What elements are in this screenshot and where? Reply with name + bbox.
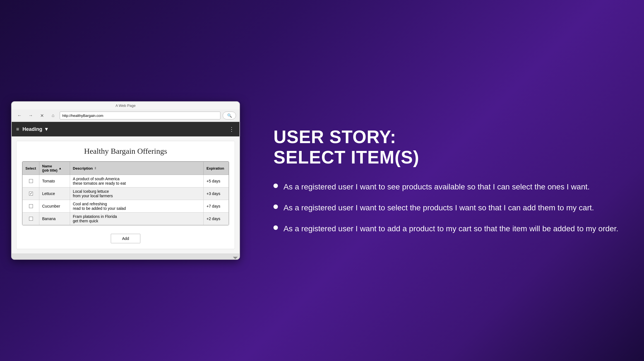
- story-3-text: As a registered user I want to add a pro…: [283, 223, 618, 234]
- desc-cell: Cool and refreshing read to be added to …: [70, 200, 204, 213]
- story-1-text: As a registered user I want to see produ…: [283, 181, 590, 192]
- add-button-container: Add: [22, 231, 229, 243]
- browser-title-text: A Web Page: [116, 104, 136, 108]
- search-icon: 🔍: [227, 113, 232, 118]
- list-item: As a registered user I want to see produ…: [273, 181, 622, 192]
- bullet-icon: [273, 225, 278, 230]
- select-cell: [23, 175, 39, 187]
- products-table: Select Name (job title) ▲: [22, 162, 229, 225]
- browser-chrome: A Web Page ← → ✕ ⌂ 🔍: [12, 102, 239, 122]
- row-2-checkbox[interactable]: [29, 192, 33, 196]
- forward-icon: →: [28, 113, 33, 118]
- desc-cell: Fram platations in Florida get them quic…: [70, 213, 204, 225]
- app-toolbar: ≡ Heading ▼ ⋮: [12, 122, 239, 136]
- page-content: Healthy Bargain Offerings Select Name (j…: [16, 141, 235, 249]
- col-header-name: Name (job title) ▲: [39, 162, 70, 175]
- desc-cell: Local Iceburg lettuce from your local fa…: [70, 187, 204, 200]
- table-row: Lettuce Local Iceburg lettuce from your …: [23, 187, 229, 200]
- close-icon: ✕: [40, 113, 44, 118]
- user-stories-list: As a registered user I want to see produ…: [273, 181, 622, 234]
- exp-cell: +7 days: [204, 200, 229, 213]
- address-bar[interactable]: [60, 112, 220, 119]
- table-row: Cucumber Cool and refreshing read to be …: [23, 200, 229, 213]
- bullet-icon: [273, 204, 278, 209]
- page-heading: Healthy Bargain Offerings: [22, 147, 229, 156]
- home-icon: ⌂: [52, 113, 54, 118]
- table-row: Tomato A product of south America these …: [23, 175, 229, 187]
- name-cell: Tomato: [39, 175, 70, 187]
- resize-icon: ◢: [232, 254, 239, 260]
- toolbar-left: ≡ Heading ▼: [16, 126, 49, 132]
- row-3-checkbox[interactable]: [29, 204, 33, 208]
- exp-cell: +3 days: [204, 187, 229, 200]
- right-panel: USER STORY: SELECT ITEM(S) As a register…: [251, 0, 644, 361]
- products-table-container: Select Name (job title) ▲: [22, 161, 229, 225]
- left-panel: A Web Page ← → ✕ ⌂ 🔍: [0, 0, 251, 361]
- col-header-expiration: Expiration: [204, 162, 229, 175]
- browser-toolbar: ← → ✕ ⌂ 🔍: [12, 109, 239, 122]
- add-button[interactable]: Add: [111, 234, 141, 243]
- story-2-text: As a registered user I want to select th…: [283, 202, 594, 213]
- close-button[interactable]: ✕: [37, 112, 46, 119]
- search-button[interactable]: 🔍: [223, 112, 236, 119]
- list-item: As a registered user I want to select th…: [273, 202, 622, 213]
- row-1-checkbox[interactable]: [29, 179, 33, 183]
- heading-dropdown[interactable]: Heading ▼: [23, 126, 49, 132]
- browser-title-bar: A Web Page: [12, 102, 239, 109]
- back-button[interactable]: ←: [15, 112, 24, 119]
- name-cell: Cucumber: [39, 200, 70, 213]
- row-4-checkbox[interactable]: [29, 217, 33, 221]
- select-cell: [23, 200, 39, 213]
- sort-asc-icon: ▲: [59, 167, 62, 170]
- more-options-icon[interactable]: ⋮: [229, 126, 235, 133]
- heading-label: Heading: [23, 126, 42, 132]
- browser-content: ≡ Heading ▼ ⋮ Healthy Bargain Offerings: [12, 122, 239, 259]
- list-item: As a registered user I want to add a pro…: [273, 223, 622, 234]
- name-cell: Banana: [39, 213, 70, 225]
- exp-cell: +2 days: [204, 213, 229, 225]
- bullet-icon: [273, 184, 278, 188]
- select-cell: [23, 187, 39, 200]
- col-header-select: Select: [23, 162, 39, 175]
- forward-button[interactable]: →: [26, 112, 35, 119]
- browser-scrollbar: ◢: [12, 254, 239, 259]
- table-header: Select Name (job title) ▲: [23, 162, 229, 175]
- table-row: Banana Fram platations in Florida get th…: [23, 213, 229, 225]
- col-header-description: Description ⇕: [70, 162, 204, 175]
- home-button[interactable]: ⌂: [49, 112, 57, 119]
- hamburger-icon[interactable]: ≡: [16, 126, 19, 132]
- dropdown-arrow-icon: ▼: [44, 126, 49, 132]
- desc-cell: A product of south America these tomatos…: [70, 175, 204, 187]
- user-story-title: USER STORY: SELECT ITEM(S): [273, 127, 622, 168]
- select-cell: [23, 213, 39, 225]
- table-body: Tomato A product of south America these …: [23, 175, 229, 225]
- browser-window: A Web Page ← → ✕ ⌂ 🔍: [11, 101, 240, 260]
- name-cell: Lettuce: [39, 187, 70, 200]
- sort-double-icon: ⇕: [94, 167, 97, 170]
- exp-cell: +5 days: [204, 175, 229, 187]
- back-icon: ←: [17, 113, 22, 118]
